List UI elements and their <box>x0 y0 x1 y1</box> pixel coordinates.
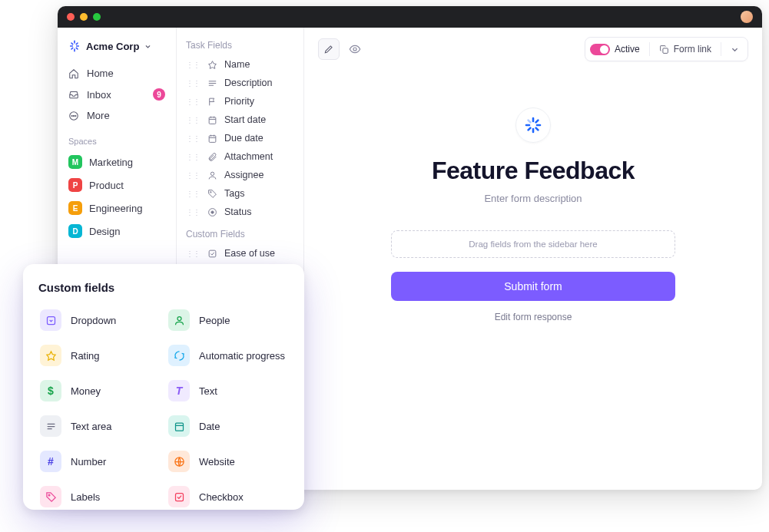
nav-more[interactable]: More <box>65 105 168 126</box>
svg-marker-41 <box>46 351 55 359</box>
task-field-item[interactable]: ⋮⋮Tags <box>184 184 296 203</box>
field-label: Attachment <box>224 151 273 162</box>
nav-home[interactable]: Home <box>65 63 168 84</box>
field-type-label: Rating <box>71 350 100 362</box>
task-field-item[interactable]: ⋮⋮Priority <box>184 92 296 111</box>
space-item[interactable]: MMarketing <box>65 150 168 173</box>
field-type-label: Labels <box>71 491 100 503</box>
task-field-item[interactable]: ⋮⋮Start date <box>184 111 296 129</box>
form-link-button[interactable]: Form link <box>655 41 716 57</box>
field-type-label: Checkbox <box>199 491 244 503</box>
svg-point-10 <box>73 115 74 116</box>
form-link-label: Form link <box>674 44 711 55</box>
form-title[interactable]: Feature Feedback <box>432 157 635 185</box>
form-dropzone[interactable]: Drag fields from the sidebar here <box>391 230 675 258</box>
task-field-item[interactable]: ⋮⋮Attachment <box>184 147 296 166</box>
custom-field-type-automatic-progress[interactable]: Automatic progress <box>167 340 289 371</box>
workspace-switcher[interactable]: Acme Corp <box>65 38 168 63</box>
svg-point-40 <box>177 316 181 320</box>
window-controls <box>67 13 101 21</box>
drag-handle-icon[interactable]: ⋮⋮ <box>186 79 200 88</box>
custom-field-item[interactable]: ⋮⋮Ease of use <box>184 244 296 263</box>
task-field-item[interactable]: ⋮⋮Assignee <box>184 166 296 184</box>
space-item[interactable]: DDesign <box>65 220 168 243</box>
svg-point-9 <box>71 115 72 116</box>
custom-field-type-website[interactable]: Website <box>167 446 289 477</box>
drag-handle-icon[interactable]: ⋮⋮ <box>186 249 200 258</box>
svg-point-24 <box>210 172 214 175</box>
nav-home-label: Home <box>87 68 114 79</box>
task-field-item[interactable]: ⋮⋮Status <box>184 203 296 221</box>
drag-handle-icon[interactable]: ⋮⋮ <box>186 134 200 143</box>
svg-rect-30 <box>663 48 668 53</box>
custom-field-type-checkbox[interactable]: Checkbox <box>167 481 289 510</box>
svg-line-38 <box>529 121 531 123</box>
drag-handle-icon[interactable]: ⋮⋮ <box>186 208 200 216</box>
field-label: Ease of use <box>224 248 275 259</box>
field-type-icon <box>168 345 190 366</box>
custom-field-type-date[interactable]: Date <box>167 411 289 441</box>
field-type-icon: # <box>40 451 61 472</box>
svg-line-5 <box>76 48 78 49</box>
field-type-label: Text <box>199 385 217 397</box>
submit-button[interactable]: Submit form <box>391 272 675 301</box>
field-type-label: Automatic progress <box>199 350 285 362</box>
field-type-icon <box>168 486 190 507</box>
space-item[interactable]: EEngineering <box>65 197 168 220</box>
field-label: Assignee <box>224 170 264 180</box>
drag-handle-icon[interactable]: ⋮⋮ <box>186 116 200 124</box>
popover-title: Custom fields <box>38 281 289 294</box>
active-toggle[interactable] <box>590 44 610 55</box>
custom-field-type-labels[interactable]: Labels <box>38 481 161 510</box>
workspace-name: Acme Corp <box>86 41 139 52</box>
nav-more-label: More <box>87 110 110 121</box>
svg-point-11 <box>75 115 76 116</box>
edit-response-link[interactable]: Edit form response <box>495 312 572 322</box>
space-icon: P <box>68 178 82 192</box>
edit-mode-button[interactable] <box>318 38 340 60</box>
space-name: Engineering <box>89 203 142 214</box>
field-type-icon: $ <box>40 380 61 401</box>
drag-handle-icon[interactable]: ⋮⋮ <box>186 153 200 161</box>
form-description[interactable]: Enter form description <box>484 193 582 204</box>
custom-field-type-money[interactable]: $Money <box>38 375 161 406</box>
nav-inbox-label: Inbox <box>87 89 111 101</box>
field-type-label: Text area <box>71 421 111 432</box>
field-label: Status <box>224 207 251 217</box>
drag-handle-icon[interactable]: ⋮⋮ <box>186 190 200 198</box>
field-type-label: Money <box>71 385 101 397</box>
home-icon <box>68 68 79 79</box>
custom-field-type-text[interactable]: TText <box>167 375 289 406</box>
custom-field-type-rating[interactable]: Rating <box>38 340 161 371</box>
field-type-icon: T <box>168 380 190 401</box>
drag-handle-icon[interactable]: ⋮⋮ <box>186 97 200 106</box>
svg-rect-45 <box>175 423 183 431</box>
preview-button[interactable] <box>344 38 366 60</box>
avatar[interactable] <box>741 11 753 23</box>
task-field-item[interactable]: ⋮⋮Description <box>184 74 296 92</box>
drag-handle-icon[interactable]: ⋮⋮ <box>186 61 200 69</box>
form-logo[interactable] <box>515 107 551 143</box>
custom-field-type-dropdown[interactable]: Dropdown <box>38 305 161 335</box>
space-item[interactable]: PProduct <box>65 173 168 197</box>
drag-handle-icon[interactable]: ⋮⋮ <box>186 171 200 180</box>
window-close-icon[interactable] <box>67 13 75 21</box>
window-minimize-icon[interactable] <box>80 13 88 21</box>
svg-line-6 <box>71 48 73 49</box>
toolbar-menu-button[interactable] <box>726 41 743 58</box>
task-field-item[interactable]: ⋮⋮Name <box>184 55 296 74</box>
space-name: Design <box>89 226 120 237</box>
chevron-down-icon <box>731 45 739 54</box>
field-type-icon <box>207 133 217 144</box>
custom-field-type-people[interactable]: People <box>167 305 289 335</box>
field-label: Start date <box>224 114 266 125</box>
custom-field-type-number[interactable]: #Number <box>38 446 161 477</box>
custom-field-type-text-area[interactable]: Text area <box>38 411 161 441</box>
toolbar-right: Active Form link <box>585 37 748 61</box>
space-icon: D <box>68 224 82 238</box>
nav-inbox[interactable]: Inbox 9 <box>65 84 168 105</box>
field-type-label: Date <box>199 421 220 432</box>
spinner-icon <box>524 116 542 134</box>
task-field-item[interactable]: ⋮⋮Due date <box>184 129 296 147</box>
window-maximize-icon[interactable] <box>93 13 101 21</box>
